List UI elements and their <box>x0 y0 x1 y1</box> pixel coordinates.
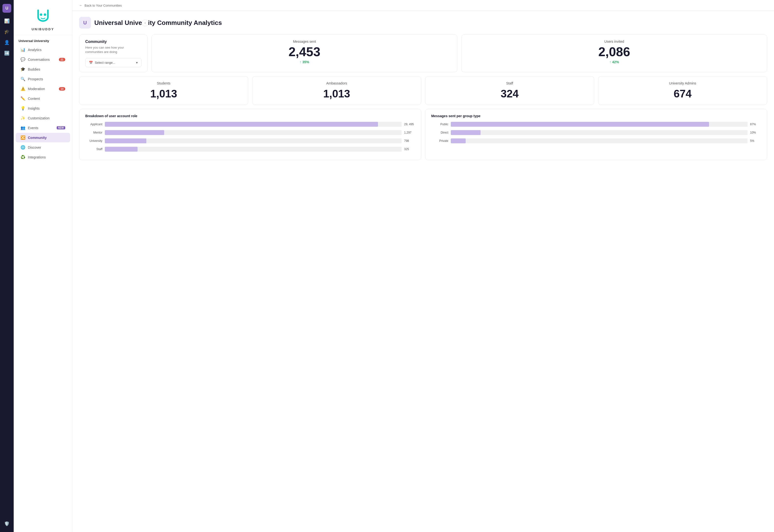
group-type-bar-fill-0 <box>451 122 709 127</box>
svg-point-2 <box>44 13 46 16</box>
page-title: Universal University Community Analytics <box>94 19 222 27</box>
rail-user-avatar[interactable]: U <box>2 4 11 13</box>
user-stat-label-0: Students <box>85 81 242 85</box>
breakdown-bar-track-0 <box>105 122 402 127</box>
user-stat-label-2: Staff <box>431 81 588 85</box>
breakdown-bar-track-2 <box>105 138 402 143</box>
sidebar-collapse-button[interactable]: ‹ <box>142 20 148 26</box>
buddies-icon: 🎓 <box>21 67 25 72</box>
user-stat-value-0: 1,013 <box>85 88 242 100</box>
svg-point-1 <box>40 13 42 16</box>
events-icon: 👥 <box>21 125 25 130</box>
breakdown-bar-fill-3 <box>105 147 137 152</box>
breakdown-bar-value-2: 798 <box>404 139 415 143</box>
rail-export-icon[interactable]: ➡️ <box>2 49 11 58</box>
sidebar-item-insights[interactable]: 💡 Insights <box>16 104 70 113</box>
user-stat-card-0: Students 1,013 <box>79 76 248 105</box>
group-type-bar-label-2: Private <box>431 139 448 143</box>
sidebar-item-prospects[interactable]: 🔍 Prospects <box>16 74 70 84</box>
messages-sent-label: Messages sent <box>158 40 451 43</box>
insights-icon: 💡 <box>21 106 25 111</box>
content-label: Content <box>28 97 40 101</box>
unibuddy-logo <box>33 6 53 25</box>
sidebar: UNIBUDDY Universal University 📊 Analytic… <box>14 0 72 532</box>
back-to-communities-link[interactable]: Back to Your Communities <box>84 4 122 7</box>
rail-bottom-icon[interactable]: 🛡️ <box>2 519 11 528</box>
top-stats-row: Community Here you can see how your comm… <box>79 34 767 72</box>
group-type-bar-fill-1 <box>451 130 481 135</box>
breakdown-bar-row-1: Mentor 1,297 <box>85 130 415 135</box>
breakdown-bar-fill-0 <box>105 122 378 127</box>
user-stats-row: Students 1,013 Ambassadors 1,013 Staff 3… <box>79 76 767 105</box>
analytics-label: Analytics <box>28 48 42 52</box>
date-range-button[interactable]: 📅 Select range... ▾ <box>85 58 141 67</box>
sidebar-item-conversations[interactable]: 💬 Conversations 21 <box>16 55 70 64</box>
messages-sent-value: 2,453 <box>158 45 451 58</box>
user-stat-card-1: Ambassadors 1,013 <box>252 76 421 105</box>
group-type-bar-label-1: Direct <box>431 131 448 134</box>
discover-label: Discover <box>28 146 41 149</box>
back-arrow-icon: ← <box>79 3 83 7</box>
sidebar-item-integrations[interactable]: ♻️ Integrations <box>16 152 70 162</box>
group-type-bar-track-1 <box>451 130 748 135</box>
user-stat-label-1: Ambassadors <box>258 81 415 85</box>
charts-row: Breakdown of user account role Applicant… <box>79 109 767 160</box>
user-stat-label-3: University Admins <box>604 81 761 85</box>
buddies-label: Buddies <box>28 67 40 71</box>
breakdown-bar-row-2: University 798 <box>85 138 415 143</box>
group-type-bar-row-0: Public 87% <box>431 122 761 127</box>
sidebar-item-analytics[interactable]: 📊 Analytics <box>16 45 70 54</box>
group-type-bar-row-1: Direct 10% <box>431 130 761 135</box>
breakdown-bar-track-3 <box>105 147 402 152</box>
rail-analytics-icon[interactable]: 📊 <box>2 17 11 25</box>
sidebar-item-discover[interactable]: 🌐 Discover <box>16 143 70 152</box>
sidebar-item-community[interactable]: 🔀 Community <box>16 133 70 142</box>
group-type-bar-track-0 <box>451 122 748 127</box>
breakdown-bar-value-0: 29, 495 <box>404 123 415 126</box>
events-badge-new: NEW <box>57 126 65 129</box>
sidebar-item-content[interactable]: ✏️ Content <box>16 94 70 103</box>
insights-label: Insights <box>28 106 40 110</box>
sidebar-logo: UNIBUDDY <box>14 0 72 35</box>
users-invited-change: 42% <box>468 60 761 64</box>
rail-education-icon[interactable]: 🎓 <box>2 27 11 36</box>
breakdown-bar-label-2: University <box>85 139 102 143</box>
breakdown-chart-card: Breakdown of user account role Applicant… <box>79 109 421 160</box>
users-invited-card: Users invited 2,086 42% <box>461 34 767 72</box>
events-label: Events <box>28 126 38 130</box>
breakdown-bar-track-1 <box>105 130 402 135</box>
moderation-icon: ⚠️ <box>21 86 25 91</box>
group-type-bar-row-2: Private 5% <box>431 138 761 143</box>
moderation-badge: 14 <box>59 87 65 91</box>
icon-rail: U 📊 🎓 👤 ➡️ 🛡️ <box>0 0 14 532</box>
user-stat-card-3: University Admins 674 <box>598 76 767 105</box>
sidebar-item-events[interactable]: 👥 Events NEW <box>16 123 70 133</box>
page-header: U Universal University Community Analyti… <box>79 17 767 29</box>
breakdown-bar-fill-2 <box>105 138 146 143</box>
user-stat-card-2: Staff 324 <box>425 76 594 105</box>
group-type-bar-label-0: Public <box>431 123 448 126</box>
sidebar-item-moderation[interactable]: ⚠️ Moderation 14 <box>16 84 70 94</box>
breakdown-bar-label-1: Mentor <box>85 131 102 134</box>
date-range-label: Select range... <box>95 61 115 64</box>
sidebar-item-customization[interactable]: ✨ Customization <box>16 113 70 123</box>
sidebar-item-buddies[interactable]: 🎓 Buddies <box>16 64 70 74</box>
content-icon: ✏️ <box>21 96 25 101</box>
group-type-bar-value-2: 5% <box>750 139 761 143</box>
messages-sent-card: Messages sent 2,453 35% <box>151 34 458 72</box>
breakdown-bar-value-3: 325 <box>404 147 415 151</box>
breakdown-bar-row-0: Applicant 29, 495 <box>85 122 415 127</box>
main-content: ← Back to Your Communities U Universal U… <box>72 0 774 532</box>
rail-user-icon[interactable]: 👤 <box>2 38 11 47</box>
breakdown-chart-title: Breakdown of user account role <box>85 114 415 118</box>
conversations-icon: 💬 <box>21 57 25 62</box>
brand-name: UNIBUDDY <box>32 27 54 31</box>
group-type-bar-track-2 <box>451 138 748 143</box>
breakdown-bar-fill-1 <box>105 130 164 135</box>
integrations-label: Integrations <box>28 155 46 159</box>
user-stat-value-1: 1,013 <box>258 88 415 100</box>
sidebar-section-title: Universal University <box>14 35 72 45</box>
breakdown-bar-row-3: Staff 325 <box>85 147 415 152</box>
sidebar-nav: 📊 Analytics 💬 Conversations 21 🎓 Buddies… <box>14 45 72 162</box>
user-stat-value-3: 674 <box>604 88 761 100</box>
